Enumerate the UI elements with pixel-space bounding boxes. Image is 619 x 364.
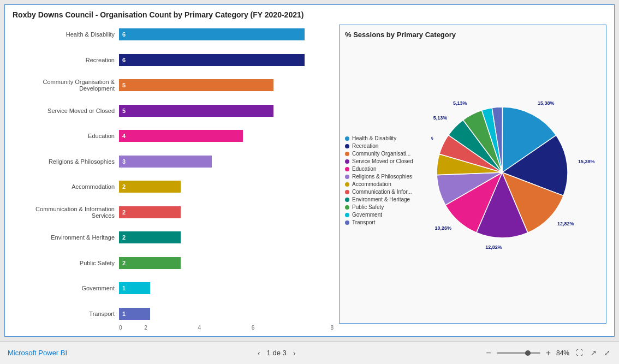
fullscreen-icon[interactable]: ⛶	[575, 348, 584, 358]
share-icon[interactable]: ↗	[590, 348, 598, 358]
pie-label: 15,38%	[578, 159, 595, 164]
legend-color-dot	[345, 213, 349, 217]
bar-container[interactable]: 4	[119, 130, 334, 142]
bar-value: 2	[122, 209, 126, 216]
bar-value: 2	[122, 260, 126, 266]
legend-label: Religions & Philosophies	[352, 174, 412, 180]
legend-item: Communication & Infor...	[345, 189, 431, 195]
pie-label: 5,13%	[431, 135, 433, 140]
bar-value: 1	[122, 285, 126, 291]
legend-color-dot	[345, 167, 349, 171]
zoom-plus-button[interactable]: +	[546, 348, 551, 358]
power-bi-link[interactable]: Microsoft Power BI	[8, 349, 67, 357]
pie-label: 15,38%	[538, 102, 555, 106]
legend-label: Service Moved or Closed	[352, 158, 413, 164]
bar-label: Communication & Information Services	[13, 206, 119, 219]
bar-container[interactable]: 2	[119, 206, 334, 218]
bar-label: Recreation	[13, 57, 119, 63]
bar-container[interactable]: 2	[119, 257, 334, 269]
bar-row: Religions & Philosophies3	[13, 152, 334, 171]
legend-item: Accommodation	[345, 181, 431, 187]
x-axis: 0 2 4 6 8	[119, 324, 606, 331]
legend-color-dot	[345, 144, 349, 148]
bar-fill: 1	[119, 282, 150, 294]
legend-item: Religions & Philosophies	[345, 174, 431, 180]
legend-label: Recreation	[352, 143, 378, 149]
bar-fill: 5	[119, 105, 273, 117]
legend-color-dot	[345, 198, 349, 202]
bar-container[interactable]: 5	[119, 79, 334, 91]
bar-value: 2	[122, 234, 126, 241]
bar-container[interactable]: 6	[119, 54, 334, 66]
legend-color-dot	[345, 159, 349, 164]
bar-fill: 2	[119, 231, 181, 243]
bar-container[interactable]: 1	[119, 282, 334, 294]
prev-page-button[interactable]: ‹	[255, 348, 263, 359]
x-tick-4: 4	[172, 325, 226, 331]
charts-area: Health & Disability6Recreation6Community…	[13, 25, 606, 324]
bar-fill: 4	[119, 130, 243, 142]
bar-container[interactable]: 5	[119, 105, 334, 117]
pie-content: Health & DisabilityRecreationCommunity O…	[345, 43, 600, 318]
bar-label: Education	[13, 133, 119, 139]
x-tick-8: 8	[280, 325, 334, 331]
bar-row: Communication & Information Services2	[13, 202, 334, 222]
legend-label: Environment & Heritage	[352, 196, 410, 202]
bottom-right-controls: − + 84% ⛶ ↗ ⤢	[486, 348, 611, 358]
page-indicator: 1 de 3	[267, 349, 287, 357]
bar-label: Government	[13, 285, 119, 291]
bottom-bar: Microsoft Power BI ‹ 1 de 3 › − + 84% ⛶ …	[0, 341, 619, 364]
bar-row: Community Organisation & Development5	[13, 75, 334, 95]
legend-color-dot	[345, 205, 349, 210]
legend-label: Transport	[352, 219, 375, 225]
legend-label: Community Organisati...	[352, 151, 410, 157]
legend-item: Transport	[345, 219, 431, 225]
next-page-button[interactable]: ›	[291, 348, 298, 359]
bar-container[interactable]: 2	[119, 231, 334, 243]
legend-item: Environment & Heritage	[345, 196, 431, 202]
bar-fill: 6	[119, 54, 305, 66]
bar-chart-section: Health & Disability6Recreation6Community…	[13, 25, 339, 324]
bar-row: Environment & Heritage2	[13, 228, 334, 247]
pie-label: 5,13%	[453, 102, 467, 106]
bar-row: Transport1	[13, 304, 334, 324]
bar-value: 4	[122, 133, 126, 139]
expand-icon[interactable]: ⤢	[603, 348, 611, 358]
pie-title: % Sessions by Primary Category	[345, 31, 600, 39]
bar-container[interactable]: 2	[119, 181, 334, 193]
pie-section: % Sessions by Primary Category Health & …	[339, 25, 606, 324]
legend-color-dot	[345, 190, 349, 194]
zoom-minus-button[interactable]: −	[486, 348, 491, 358]
bar-label: Transport	[13, 311, 119, 317]
legend-color-dot	[345, 175, 349, 179]
bar-row: Accommodation2	[13, 177, 334, 196]
bar-fill: 2	[119, 181, 181, 193]
chart-title: Roxby Downs Council - Organisation Count…	[13, 10, 606, 19]
pie-label: 10,26%	[435, 225, 451, 230]
bar-value: 5	[122, 82, 126, 88]
chart-wrapper: Roxby Downs Council - Organisation Count…	[4, 4, 615, 337]
bar-row: Recreation6	[13, 50, 334, 70]
legend-item: Education	[345, 166, 431, 172]
bar-label: Public Safety	[13, 260, 119, 266]
bar-fill: 6	[119, 28, 305, 40]
zoom-slider[interactable]	[497, 352, 540, 354]
bar-container[interactable]: 1	[119, 308, 334, 320]
legend-label: Health & Disability	[352, 135, 396, 141]
bar-container[interactable]: 3	[119, 156, 334, 168]
pie-chart-svg[interactable]: 15,38%15,38%12,82%12,82%10,26%7,69%5,13%…	[431, 102, 600, 260]
pie-label: 5,13%	[433, 115, 448, 120]
bar-fill: 5	[119, 79, 273, 91]
bar-row: Education4	[13, 126, 334, 146]
legend-color-dot	[345, 152, 349, 156]
bar-label: Religions & Philosophies	[13, 158, 119, 165]
bar-value: 1	[122, 311, 126, 317]
pie-label: 12,82%	[557, 221, 574, 226]
pie-svg-container: 15,38%15,38%12,82%12,82%10,26%7,69%5,13%…	[431, 102, 600, 260]
bar-label: Community Organisation & Development	[13, 79, 119, 92]
bar-fill: 2	[119, 257, 181, 269]
legend-item: Health & Disability	[345, 135, 431, 141]
legend-color-dot	[345, 220, 349, 225]
bar-container[interactable]: 6	[119, 28, 334, 40]
bar-row: Government1	[13, 278, 334, 298]
